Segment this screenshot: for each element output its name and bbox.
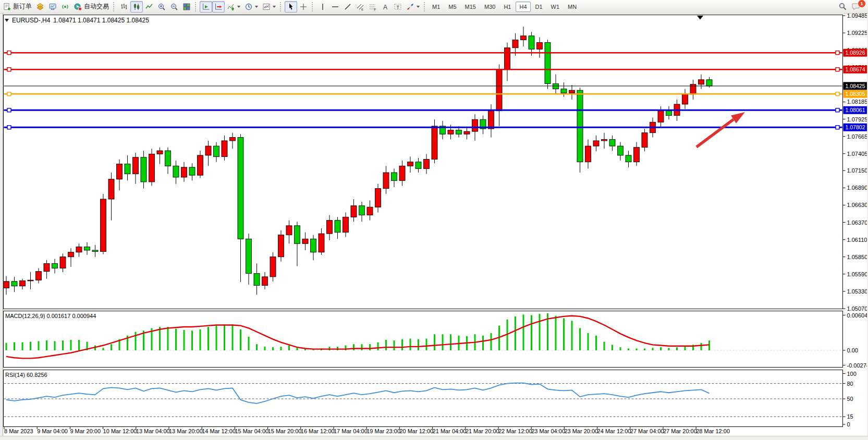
svg-text:T: T	[397, 4, 400, 9]
signals-icon	[61, 3, 69, 11]
autotrading-button[interactable]: 自动交易	[71, 1, 111, 13]
horizontal-line-icon	[331, 3, 339, 11]
svg-text:1.05850: 1.05850	[847, 254, 868, 260]
channel-tool-button[interactable]: E	[354, 1, 366, 13]
chat-badge: 1	[858, 0, 866, 8]
time-axis-label: 9 Mar 20:00	[70, 428, 101, 434]
zoom-in-icon	[157, 3, 166, 11]
timeframe-button-m30[interactable]: M30	[481, 2, 499, 12]
time-axis-label: 23 Mar 04:00	[531, 428, 565, 434]
time-axis-label: 28 Mar 12:00	[696, 428, 730, 434]
time-axis-label: 20 Mar 12:00	[399, 428, 433, 434]
auto-scroll-button[interactable]	[200, 1, 212, 13]
cursor-tool-button[interactable]	[285, 1, 297, 13]
price-label-1.08425: 1.08425	[846, 83, 865, 89]
time-axis-label: 10 Mar 12:00	[103, 428, 137, 434]
fibonacci-tool-button[interactable]: F	[366, 1, 379, 13]
vertical-line-tool-button[interactable]	[316, 1, 329, 13]
price-label-1.07802: 1.07802	[846, 124, 865, 130]
dropdown-caret-icon	[237, 6, 240, 8]
chart-title: EURUSD-,H4 1.08471 1.08471 1.08425 1.084…	[5, 17, 149, 24]
main-toolbar: 新订单 自动交易	[0, 0, 868, 14]
timeframe-button-h4[interactable]: H4	[516, 2, 530, 12]
svg-text:A: A	[383, 3, 387, 10]
vertical-line-icon	[319, 3, 326, 11]
line-chart-button[interactable]	[143, 1, 155, 13]
timeframe-button-h1[interactable]: H1	[500, 2, 515, 12]
svg-text:1.05330: 1.05330	[847, 288, 868, 295]
arrows-icon	[406, 3, 414, 11]
timeframe-button-d1[interactable]: D1	[532, 2, 546, 12]
svg-text:100: 100	[847, 371, 857, 377]
indicators-button[interactable]	[225, 1, 242, 13]
svg-text:1.06110: 1.06110	[847, 237, 867, 243]
search-button[interactable]	[836, 1, 849, 13]
svg-text:50: 50	[847, 396, 853, 402]
crosshair-icon	[299, 3, 308, 11]
svg-text:1.05070: 1.05070	[847, 305, 868, 312]
time-axis-label: 8 Mar 2023	[4, 428, 33, 434]
signals-button[interactable]	[59, 1, 71, 13]
chart-symbol-period: EURUSD-,H4	[12, 17, 50, 24]
profiles-button[interactable]	[34, 1, 46, 13]
svg-text:80: 80	[847, 381, 853, 387]
svg-text:1.06890: 1.06890	[847, 185, 868, 191]
chart-canvas[interactable]: 1.094851.092251.089651.087051.084451.081…	[0, 0, 868, 440]
market-watch-button[interactable]	[46, 1, 59, 13]
svg-text:F: F	[374, 7, 376, 11]
crosshair-tool-button[interactable]	[297, 1, 310, 13]
templates-button[interactable]	[260, 1, 278, 13]
text-tool-button[interactable]: A	[379, 1, 392, 13]
zoom-out-button[interactable]	[168, 1, 180, 13]
search-icon	[838, 2, 847, 11]
bars-chart-button[interactable]	[118, 1, 130, 13]
candlestick-chart-button[interactable]	[130, 1, 143, 13]
timeframe-button-w1[interactable]: W1	[547, 2, 564, 12]
svg-text:1.09225: 1.09225	[847, 30, 868, 36]
timeframe-button-m5[interactable]: M5	[445, 2, 460, 12]
svg-text:1.05590: 1.05590	[847, 271, 868, 277]
window-left-edge	[0, 14, 3, 440]
text-label-tool-button[interactable]: T	[392, 1, 404, 13]
macd-pane[interactable]	[4, 311, 843, 368]
periods-button[interactable]	[242, 1, 260, 13]
price-pane[interactable]	[4, 15, 843, 309]
time-axis-label: 24 Mar 12:00	[597, 428, 631, 434]
fibonacci-icon: F	[369, 3, 377, 11]
zoom-in-button[interactable]	[155, 1, 168, 13]
price-axis[interactable]: 1.094851.092251.089651.087051.084451.081…	[843, 13, 868, 312]
time-axis-label: 21 Mar 20:00	[466, 428, 499, 434]
candlestick-chart-icon	[132, 3, 141, 11]
chart-shift-button[interactable]	[212, 1, 225, 13]
dropdown-caret-icon	[273, 6, 276, 8]
toolbar-grip	[424, 2, 426, 11]
trendline-icon	[344, 3, 352, 11]
line-chart-icon	[145, 3, 153, 11]
auto-scroll-icon	[202, 3, 210, 11]
rsi-indicator-label: RSI(14) 60.8256	[5, 372, 47, 378]
svg-text:0.00: 0.00	[847, 347, 858, 353]
timeframe-button-m1[interactable]: M1	[429, 2, 444, 12]
indicators-icon	[227, 3, 235, 11]
chat-button[interactable]: 1	[849, 1, 863, 13]
time-axis-label: 9 Mar 04:00	[37, 428, 68, 434]
horizontal-line-tool-button[interactable]	[329, 1, 341, 13]
cursor-icon	[287, 3, 295, 11]
arrows-tool-button[interactable]	[404, 1, 422, 13]
timeframe-button-m15[interactable]: M15	[461, 2, 480, 12]
text-icon: A	[382, 3, 389, 11]
periods-icon	[244, 3, 253, 11]
new-order-button[interactable]: 新订单	[1, 1, 34, 13]
new-order-icon	[3, 3, 11, 11]
timeframe-button-mn[interactable]: MN	[564, 2, 580, 12]
horizontal-scrollbar[interactable]	[0, 436, 868, 440]
collapse-icon[interactable]	[5, 19, 9, 22]
svg-text:1.07150: 1.07150	[847, 167, 868, 174]
profiles-icon	[36, 3, 44, 11]
rsi-pane[interactable]	[4, 370, 843, 427]
trendline-tool-button[interactable]	[341, 1, 354, 13]
svg-text:0: 0	[847, 421, 850, 427]
market-watch-icon	[48, 3, 57, 11]
zoom-out-icon	[170, 3, 178, 11]
tile-windows-button[interactable]	[180, 1, 193, 13]
